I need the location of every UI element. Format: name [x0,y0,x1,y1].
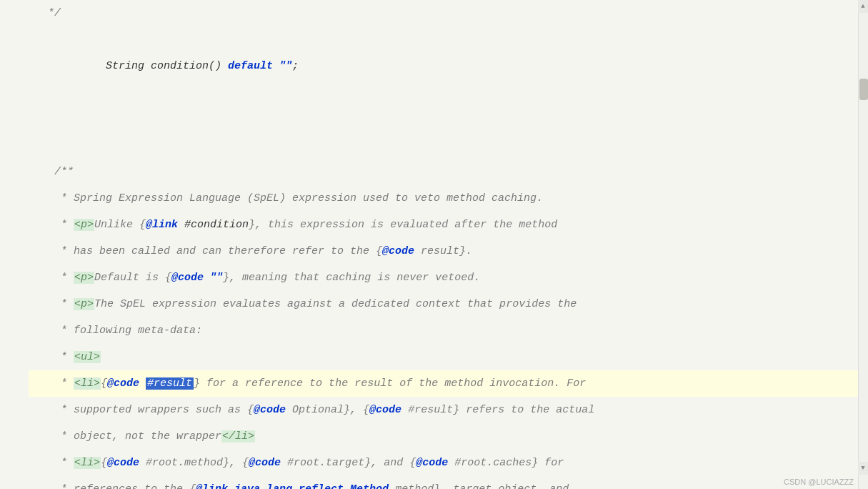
line-string-declaration: String condition() default ""; [29,26,868,106]
line-has-been: * has been called and can therefore refe… [29,238,868,265]
scrollbar-thumb[interactable] [859,79,868,100]
line-blank-1 [29,106,868,132]
line-li-result: * <li>{@code #result} for a reference to… [29,370,868,397]
line-comment-close: */ [29,0,868,26]
scrollbar-arrow-down[interactable]: ▼ [858,462,868,475]
line-object: * object, not the wrapper</li> [29,423,868,450]
editor-container: */ String condition() default ""; /** * … [0,0,868,489]
line-unlike: * <p>Unlike {@link #condition}, this exp… [29,212,868,238]
line-ul: * <ul> [29,344,868,370]
line-following: * following meta-data: [29,317,868,344]
line-supported: * supported wrappers such as {@code Opti… [29,397,868,423]
line-default: * <p>Default is {@code ""}, meaning that… [29,265,868,291]
line-references: * references to the {@link java.lang.ref… [29,476,868,489]
line-spel-desc: * Spring Expression Language (SpEL) expr… [29,185,868,212]
line-spel-expr: * <p>The SpEL expression evaluates again… [29,291,868,317]
line-li-root: * <li>{@code #root.method}, {@code #root… [29,450,868,476]
line-javadoc-open: /** [29,159,868,185]
watermark: CSDN @LUCIAZZZ [784,478,854,486]
line-blank-2 [29,132,868,159]
code-area: */ String condition() default ""; /** * … [0,0,868,489]
scrollbar-arrow-up[interactable]: ▲ [858,0,868,13]
csdn-logo-text: CSDN @LUCIAZZZ [784,478,854,486]
scrollbar[interactable]: ▲ ▼ [858,0,868,489]
